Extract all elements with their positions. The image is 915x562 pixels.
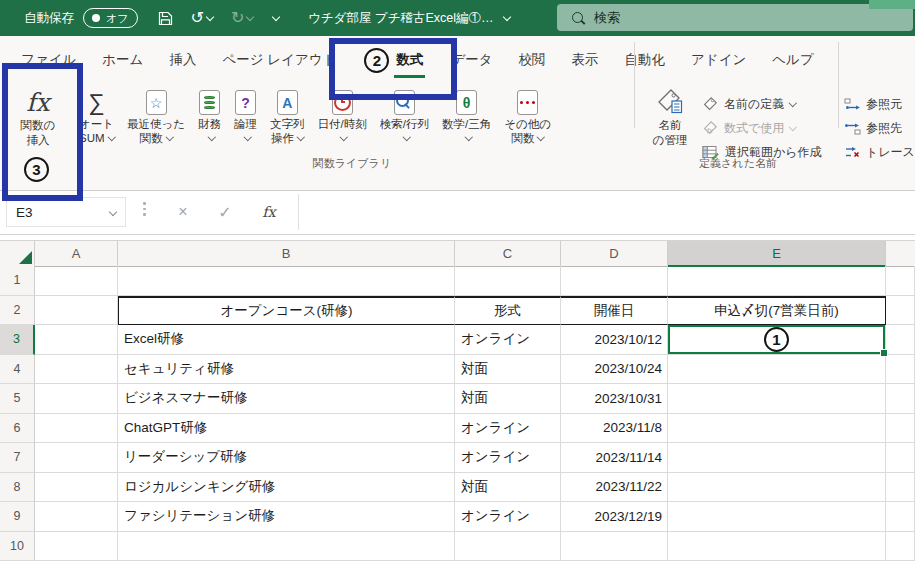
cell-D7[interactable]: 2023/11/14 (561, 443, 668, 473)
cell-D9[interactable]: 2023/12/19 (561, 502, 668, 532)
cell-A3[interactable] (35, 325, 118, 355)
lookup-reference-button[interactable]: 検索/行列 (377, 88, 432, 145)
tab-file[interactable]: ファイル (8, 36, 89, 84)
name-manager-button[interactable]: 名前 の管理 (642, 88, 698, 148)
formula-bar-splitter[interactable] (143, 202, 146, 216)
cell-E3-selected[interactable]: 1 (668, 325, 886, 355)
tab-data[interactable]: データ (438, 36, 505, 84)
logical-button[interactable]: ? 論理 (231, 88, 260, 145)
cell-C10[interactable] (455, 532, 561, 562)
cell-B3[interactable]: Excel研修 (118, 325, 455, 355)
autosum-button[interactable]: ∑ オート SUM (76, 88, 117, 145)
row-header-7[interactable]: 7 (0, 443, 35, 473)
cell-A8[interactable] (35, 473, 118, 503)
cell-A6[interactable] (35, 414, 118, 444)
cell-A10[interactable] (35, 532, 118, 562)
cell-C3[interactable]: オンライン (455, 325, 561, 355)
cancel-button[interactable]: × (168, 197, 198, 227)
formula-input[interactable] (298, 194, 915, 230)
row-header-8[interactable]: 8 (0, 473, 35, 503)
column-header-b[interactable]: B (118, 241, 455, 267)
cell-D2[interactable]: 開催日 (561, 296, 668, 326)
cell-B2[interactable]: オープンコース(研修) (118, 296, 455, 326)
quick-access-more-button[interactable] (273, 16, 279, 20)
more-functions-button[interactable]: その他の 関数 (501, 88, 554, 145)
cell-C6[interactable]: オンライン (455, 414, 561, 444)
name-box[interactable]: E3 (6, 197, 126, 227)
cell-A7[interactable] (35, 443, 118, 473)
tab-automate[interactable]: 自動化 (612, 36, 679, 84)
trace-precedents-button[interactable]: 参照元 (844, 92, 915, 116)
search-box[interactable]: 検索 (557, 4, 913, 31)
insert-function-small-button[interactable]: fx (254, 197, 284, 227)
cell-B4[interactable]: セキュリティ研修 (118, 355, 455, 385)
cell-D4[interactable]: 2023/10/24 (561, 355, 668, 385)
cell-E4[interactable] (668, 355, 886, 385)
fill-handle[interactable] (880, 349, 888, 357)
cell-B7[interactable]: リーダーシップ研修 (118, 443, 455, 473)
row-header-9[interactable]: 9 (0, 502, 35, 532)
cell-A4[interactable] (35, 355, 118, 385)
cell-D6[interactable]: 2023/11/8 (561, 414, 668, 444)
save-button[interactable] (158, 11, 173, 26)
tab-review[interactable]: 校閲 (506, 36, 559, 84)
tab-view[interactable]: 表示 (559, 36, 612, 84)
cell-E5[interactable] (668, 384, 886, 414)
text-button[interactable]: A 文字列 操作 (267, 88, 308, 145)
name-box-dropdown-icon[interactable] (109, 208, 117, 216)
tab-help[interactable]: ヘルプ (759, 36, 826, 84)
row-header-10[interactable]: 10 (0, 532, 35, 562)
cell-A5[interactable] (35, 384, 118, 414)
row-header-1[interactable]: 1 (0, 266, 35, 296)
cell-E6[interactable] (668, 414, 886, 444)
tab-home[interactable]: ホーム (89, 36, 156, 84)
cell-B9[interactable]: ファシリテーション研修 (118, 502, 455, 532)
column-header-d[interactable]: D (561, 241, 668, 267)
remove-arrows-button[interactable]: トレース (844, 140, 915, 164)
financial-button[interactable]: 財務 (195, 88, 224, 145)
cell-D8[interactable]: 2023/11/22 (561, 473, 668, 503)
row-header-4[interactable]: 4 (0, 355, 35, 385)
cell-B5[interactable]: ビジネスマナー研修 (118, 384, 455, 414)
cell-C4[interactable]: 対面 (455, 355, 561, 385)
use-in-formula-button[interactable]: fx 数式で使用 (702, 116, 822, 140)
cell-D5[interactable]: 2023/10/31 (561, 384, 668, 414)
cell-C5[interactable]: 対面 (455, 384, 561, 414)
row-header-2[interactable]: 2 (0, 296, 35, 326)
insert-function-button[interactable]: fx 関数の 挿入 (8, 88, 68, 148)
recently-used-button[interactable]: ☆ 最近使った 関数 (124, 88, 188, 145)
cell-C8[interactable]: 対面 (455, 473, 561, 503)
cell-C7[interactable]: オンライン (455, 443, 561, 473)
date-time-button[interactable]: 日付/時刻 (315, 88, 370, 145)
cell-C1[interactable] (455, 266, 561, 296)
autosave-toggle[interactable]: オフ (83, 8, 138, 28)
column-header-a[interactable]: A (35, 241, 118, 267)
cell-D1[interactable] (561, 266, 668, 296)
select-all-button[interactable] (0, 241, 35, 267)
tab-addins[interactable]: アドイン (678, 36, 759, 84)
cell-B10[interactable] (118, 532, 455, 562)
row-header-3[interactable]: 3 (0, 325, 35, 355)
tab-formulas[interactable]: 2 数式 (349, 36, 438, 84)
cell-E8[interactable] (668, 473, 886, 503)
cell-B6[interactable]: ChatGPT研修 (118, 414, 455, 444)
row-header-6[interactable]: 6 (0, 414, 35, 444)
enter-button[interactable]: ✓ (210, 197, 240, 227)
cell-E1[interactable] (668, 266, 886, 296)
undo-button[interactable]: ↺ (191, 10, 213, 26)
column-header-e[interactable]: E (668, 241, 886, 267)
trace-dependents-button[interactable]: 参照先 (844, 116, 915, 140)
cell-A9[interactable] (35, 502, 118, 532)
tab-page-layout[interactable]: ページ レイアウト (209, 36, 349, 84)
cell-D10[interactable] (561, 532, 668, 562)
cell-D3[interactable]: 2023/10/12 (561, 325, 668, 355)
column-header-c[interactable]: C (455, 241, 561, 267)
cell-A1[interactable] (35, 266, 118, 296)
cell-B1[interactable] (118, 266, 455, 296)
tab-insert[interactable]: 挿入 (156, 36, 209, 84)
cell-C9[interactable]: オンライン (455, 502, 561, 532)
cell-E10[interactable] (668, 532, 886, 562)
math-trig-button[interactable]: θ 数学/三角 (439, 88, 494, 145)
cell-E9[interactable] (668, 502, 886, 532)
row-header-5[interactable]: 5 (0, 384, 35, 414)
